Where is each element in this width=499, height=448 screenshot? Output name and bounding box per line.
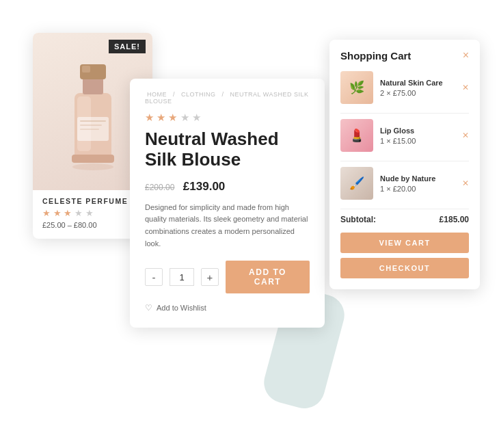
price-section: £200.00 £139.00 <box>145 180 310 194</box>
svg-rect-3 <box>83 78 103 94</box>
skincare-thumbnail: 🌿 <box>340 71 373 104</box>
detail-card: HOME / CLOTHING / NEUTRAL WASHED SILK BL… <box>130 79 325 328</box>
cart-divider-1 <box>340 113 469 114</box>
breadcrumb-clothing: CLOTHING <box>181 91 216 98</box>
star-5: ★ <box>85 208 94 218</box>
subtotal-amount: £185.00 <box>440 215 469 224</box>
star-1: ★ <box>42 208 51 218</box>
wishlist-row[interactable]: ♡ Add to Wishlist <box>145 303 310 313</box>
view-cart-button[interactable]: VIEW CART <box>340 233 469 253</box>
svg-rect-9 <box>80 129 99 130</box>
cart-item-1-remove[interactable]: ✕ <box>462 83 469 92</box>
add-to-cart-button[interactable]: ADD TO CART <box>226 261 310 293</box>
detail-stars: ★ ★ ★ ★ ★ <box>145 111 310 124</box>
cart-close-button[interactable]: × <box>463 49 469 62</box>
detail-star-1: ★ <box>145 111 154 123</box>
lipgloss-thumbnail: 💄 <box>340 119 373 152</box>
cart-title: Shopping Cart <box>340 50 411 62</box>
cart-panel: Shopping Cart × 🌿 Natural Skin Care 2 × … <box>329 40 480 289</box>
cart-item-1-info: Natural Skin Care 2 × £75.00 <box>380 79 469 97</box>
cart-item-3-image: 🖌️ <box>340 167 373 200</box>
checkout-button[interactable]: CHECKOUT <box>340 258 469 278</box>
cart-item-1-name: Natural Skin Care <box>380 79 469 87</box>
cart-divider-2 <box>340 161 469 161</box>
qty-minus-button[interactable]: - <box>145 268 163 286</box>
product-title-line1: Neutral Washed <box>145 129 279 149</box>
price-new: £139.00 <box>183 180 225 193</box>
svg-rect-8 <box>80 124 102 126</box>
product-card-name: CELESTE PERFUME <box>42 197 143 205</box>
svg-rect-2 <box>72 155 114 163</box>
qty-plus-button[interactable]: + <box>201 268 219 286</box>
cart-item-3-price: 1 × £20.00 <box>380 185 469 193</box>
cart-item-2-info: Lip Gloss 1 × £15.00 <box>380 127 469 145</box>
star-2: ★ <box>53 208 62 218</box>
breadcrumb-current: NEUTRAL WASHED SILK BLOUSE <box>145 91 308 105</box>
detail-star-3: ★ <box>168 111 177 123</box>
subtotal-label: Subtotal: <box>340 215 376 224</box>
cart-item-2: 💄 Lip Gloss 1 × £15.00 ✕ <box>340 119 469 152</box>
cart-subtotal: Subtotal: £185.00 <box>340 215 469 224</box>
star-3: ★ <box>64 208 72 218</box>
detail-star-4: ★ <box>180 111 189 123</box>
svg-point-10 <box>72 163 113 170</box>
price-old: £200.00 <box>145 183 174 192</box>
cart-item-1-price: 2 × £75.00 <box>380 89 469 97</box>
svg-rect-5 <box>82 66 90 73</box>
breadcrumb-home: HOME <box>147 91 167 98</box>
product-title-line2: Silk Blouse <box>145 149 241 170</box>
cart-item-1: 🌿 Natural Skin Care 2 × £75.00 ✕ <box>340 71 469 104</box>
cart-item-3-remove[interactable]: ✕ <box>462 179 469 188</box>
cart-item-2-name: Lip Gloss <box>380 127 469 135</box>
detail-star-5: ★ <box>192 111 201 123</box>
cart-divider-3 <box>340 209 469 209</box>
product-card-price: £25.00 – £80.00 <box>42 221 143 229</box>
qty-input[interactable] <box>170 268 194 286</box>
product-card-stars: ★ ★ ★ ★ ★ <box>42 208 143 218</box>
detail-star-2: ★ <box>157 111 165 123</box>
svg-rect-7 <box>80 120 106 122</box>
heart-icon: ♡ <box>145 303 152 313</box>
cart-item-3: 🖌️ Nude by Nature 1 × £20.00 ✕ <box>340 167 469 200</box>
sale-badge: SALE! <box>109 40 146 53</box>
cart-item-2-image: 💄 <box>340 119 373 152</box>
wishlist-label: Add to Wishlist <box>157 304 206 312</box>
star-4: ★ <box>75 208 83 218</box>
breadcrumb-sep1: / <box>173 91 175 98</box>
cart-item-3-name: Nude by Nature <box>380 174 469 183</box>
quantity-row: - + ADD TO CART <box>145 261 310 293</box>
breadcrumb: HOME / CLOTHING / NEUTRAL WASHED SILK BL… <box>145 91 310 105</box>
perfume-bottle-illustration <box>62 52 124 172</box>
cart-item-3-info: Nude by Nature 1 × £20.00 <box>380 174 469 193</box>
cart-item-1-image: 🌿 <box>340 71 373 104</box>
nude-thumbnail: 🖌️ <box>340 167 373 200</box>
product-title: Neutral Washed Silk Blouse <box>145 129 310 170</box>
breadcrumb-sep2: / <box>222 91 224 98</box>
cart-item-2-price: 1 × £15.00 <box>380 137 469 145</box>
cart-item-2-remove[interactable]: ✕ <box>462 131 469 140</box>
product-description: Designed for simplicity and made from hi… <box>145 202 310 250</box>
cart-header: Shopping Cart × <box>340 49 469 62</box>
